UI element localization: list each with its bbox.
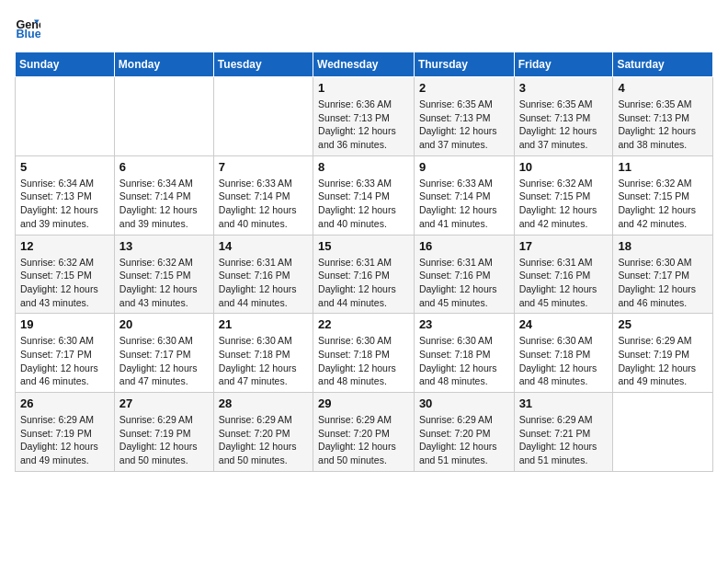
calendar-cell [16,77,115,156]
calendar-cell: 8Sunrise: 6:33 AM Sunset: 7:14 PM Daylig… [313,155,415,235]
day-number: 11 [618,160,708,174]
day-info: Sunrise: 6:32 AM Sunset: 7:15 PM Dayligh… [618,177,708,231]
dow-header: Sunday [16,52,115,77]
day-info: Sunrise: 6:30 AM Sunset: 7:18 PM Dayligh… [419,334,509,388]
day-info: Sunrise: 6:33 AM Sunset: 7:14 PM Dayligh… [419,177,509,231]
day-info: Sunrise: 6:29 AM Sunset: 7:21 PM Dayligh… [519,413,609,467]
calendar-cell: 21Sunrise: 6:30 AM Sunset: 7:18 PM Dayli… [213,314,313,393]
calendar-cell: 23Sunrise: 6:30 AM Sunset: 7:18 PM Dayli… [414,314,514,393]
calendar-cell: 18Sunrise: 6:30 AM Sunset: 7:17 PM Dayli… [613,235,713,314]
day-info: Sunrise: 6:29 AM Sunset: 7:20 PM Dayligh… [219,413,308,467]
day-info: Sunrise: 6:32 AM Sunset: 7:15 PM Dayligh… [519,177,609,231]
day-info: Sunrise: 6:35 AM Sunset: 7:13 PM Dayligh… [519,98,609,152]
calendar-cell: 3Sunrise: 6:35 AM Sunset: 7:13 PM Daylig… [514,77,613,156]
day-number: 17 [519,239,609,253]
calendar-cell: 14Sunrise: 6:31 AM Sunset: 7:16 PM Dayli… [213,235,313,314]
calendar-cell: 17Sunrise: 6:31 AM Sunset: 7:16 PM Dayli… [514,235,613,314]
day-number: 22 [318,317,409,331]
day-info: Sunrise: 6:30 AM Sunset: 7:18 PM Dayligh… [219,334,308,388]
day-number: 16 [419,239,509,253]
calendar-cell: 27Sunrise: 6:29 AM Sunset: 7:19 PM Dayli… [114,393,213,472]
day-number: 29 [318,396,409,410]
day-info: Sunrise: 6:33 AM Sunset: 7:14 PM Dayligh… [318,177,409,231]
calendar-cell: 12Sunrise: 6:32 AM Sunset: 7:15 PM Dayli… [16,235,115,314]
day-number: 1 [318,81,409,95]
dow-header: Wednesday [313,52,415,77]
calendar-cell: 6Sunrise: 6:34 AM Sunset: 7:14 PM Daylig… [114,155,213,235]
calendar-cell: 13Sunrise: 6:32 AM Sunset: 7:15 PM Dayli… [114,235,213,314]
calendar-week-row: 26Sunrise: 6:29 AM Sunset: 7:19 PM Dayli… [16,393,713,472]
day-info: Sunrise: 6:29 AM Sunset: 7:19 PM Dayligh… [618,334,708,388]
day-info: Sunrise: 6:34 AM Sunset: 7:14 PM Dayligh… [119,177,209,231]
calendar-cell: 15Sunrise: 6:31 AM Sunset: 7:16 PM Dayli… [313,235,415,314]
day-number: 23 [419,317,509,331]
calendar-cell: 30Sunrise: 6:29 AM Sunset: 7:20 PM Dayli… [414,393,514,472]
day-number: 31 [519,396,609,410]
day-info: Sunrise: 6:32 AM Sunset: 7:15 PM Dayligh… [20,256,109,310]
day-info: Sunrise: 6:29 AM Sunset: 7:20 PM Dayligh… [318,413,409,467]
calendar-cell: 25Sunrise: 6:29 AM Sunset: 7:19 PM Dayli… [613,314,713,393]
day-info: Sunrise: 6:29 AM Sunset: 7:19 PM Dayligh… [119,413,209,467]
day-number: 4 [618,81,708,95]
day-number: 26 [20,396,109,410]
day-number: 7 [219,160,308,174]
day-number: 27 [119,396,209,410]
day-info: Sunrise: 6:29 AM Sunset: 7:19 PM Dayligh… [20,413,109,467]
calendar-cell: 9Sunrise: 6:33 AM Sunset: 7:14 PM Daylig… [414,155,514,235]
day-number: 25 [618,317,708,331]
day-info: Sunrise: 6:29 AM Sunset: 7:20 PM Dayligh… [419,413,509,467]
day-number: 13 [119,239,209,253]
day-number: 21 [219,317,308,331]
calendar-cell: 31Sunrise: 6:29 AM Sunset: 7:21 PM Dayli… [514,393,613,472]
calendar-cell: 10Sunrise: 6:32 AM Sunset: 7:15 PM Dayli… [514,155,613,235]
day-number: 8 [318,160,409,174]
page-header: General Blue [15,15,713,40]
day-info: Sunrise: 6:31 AM Sunset: 7:16 PM Dayligh… [519,256,609,310]
day-number: 2 [419,81,509,95]
calendar-cell: 2Sunrise: 6:35 AM Sunset: 7:13 PM Daylig… [414,77,514,156]
day-number: 30 [419,396,509,410]
calendar-cell: 7Sunrise: 6:33 AM Sunset: 7:14 PM Daylig… [213,155,313,235]
calendar-cell: 20Sunrise: 6:30 AM Sunset: 7:17 PM Dayli… [114,314,213,393]
day-info: Sunrise: 6:30 AM Sunset: 7:17 PM Dayligh… [618,256,708,310]
day-number: 15 [318,239,409,253]
dow-header: Friday [514,52,613,77]
dow-header: Saturday [613,52,713,77]
calendar-cell: 4Sunrise: 6:35 AM Sunset: 7:13 PM Daylig… [613,77,713,156]
dow-header: Monday [114,52,213,77]
day-number: 14 [219,239,308,253]
svg-text:Blue: Blue [16,28,40,40]
day-number: 12 [20,239,109,253]
day-info: Sunrise: 6:31 AM Sunset: 7:16 PM Dayligh… [419,256,509,310]
day-info: Sunrise: 6:30 AM Sunset: 7:17 PM Dayligh… [119,334,209,388]
day-number: 5 [20,160,109,174]
calendar-week-row: 1Sunrise: 6:36 AM Sunset: 7:13 PM Daylig… [16,77,713,156]
day-number: 3 [519,81,609,95]
day-number: 18 [618,239,708,253]
calendar-cell: 19Sunrise: 6:30 AM Sunset: 7:17 PM Dayli… [16,314,115,393]
day-number: 24 [519,317,609,331]
day-info: Sunrise: 6:31 AM Sunset: 7:16 PM Dayligh… [219,256,308,310]
logo-icon: General Blue [15,15,40,40]
dow-header: Thursday [414,52,514,77]
calendar-table: SundayMondayTuesdayWednesdayThursdayFrid… [15,52,713,472]
calendar-cell: 29Sunrise: 6:29 AM Sunset: 7:20 PM Dayli… [313,393,415,472]
logo: General Blue [15,15,44,40]
calendar-cell: 1Sunrise: 6:36 AM Sunset: 7:13 PM Daylig… [313,77,415,156]
day-info: Sunrise: 6:35 AM Sunset: 7:13 PM Dayligh… [419,98,509,152]
calendar-cell: 16Sunrise: 6:31 AM Sunset: 7:16 PM Dayli… [414,235,514,314]
calendar-cell: 11Sunrise: 6:32 AM Sunset: 7:15 PM Dayli… [613,155,713,235]
day-info: Sunrise: 6:33 AM Sunset: 7:14 PM Dayligh… [219,177,308,231]
day-number: 10 [519,160,609,174]
calendar-week-row: 12Sunrise: 6:32 AM Sunset: 7:15 PM Dayli… [16,235,713,314]
calendar-cell [613,393,713,472]
calendar-week-row: 5Sunrise: 6:34 AM Sunset: 7:13 PM Daylig… [16,155,713,235]
day-info: Sunrise: 6:36 AM Sunset: 7:13 PM Dayligh… [318,98,409,152]
day-number: 19 [20,317,109,331]
day-number: 20 [119,317,209,331]
day-info: Sunrise: 6:32 AM Sunset: 7:15 PM Dayligh… [119,256,209,310]
calendar-cell: 26Sunrise: 6:29 AM Sunset: 7:19 PM Dayli… [16,393,115,472]
calendar-cell: 5Sunrise: 6:34 AM Sunset: 7:13 PM Daylig… [16,155,115,235]
calendar-cell [213,77,313,156]
day-info: Sunrise: 6:34 AM Sunset: 7:13 PM Dayligh… [20,177,109,231]
